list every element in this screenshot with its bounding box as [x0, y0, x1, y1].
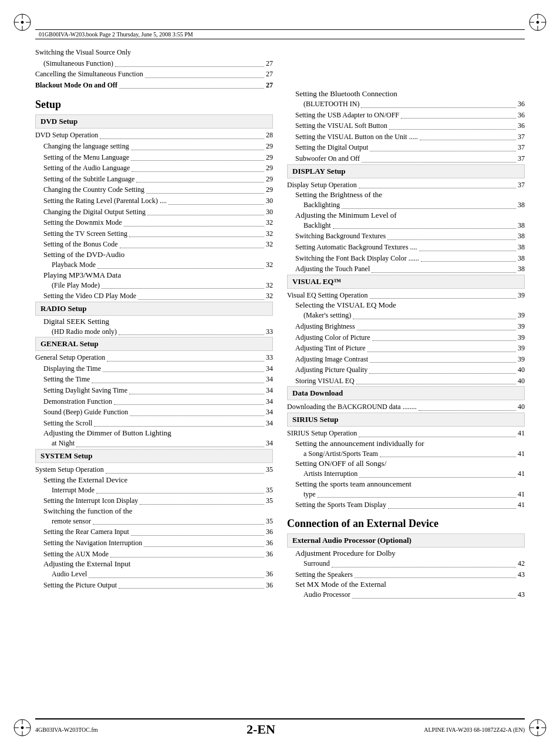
intro-line-1: Switching the Visual Source Only	[35, 47, 273, 58]
audio-processor: Audio Processor 43	[287, 589, 525, 600]
download-bg: Downloading the BACKGROUND data ........…	[287, 401, 525, 413]
system-ext-input: Adjusting the External Input	[35, 559, 273, 569]
dvd-entry-0: DVD Setup Operation 28	[35, 130, 273, 141]
data-download-entries: Downloading the BACKGROUND data ........…	[287, 401, 525, 413]
system-op: System Setup Operation 35	[35, 464, 273, 475]
radio-hd: (HD Radio mode only) 33	[35, 326, 273, 337]
veq-op: Visual EQ Setting Operation 39	[287, 290, 525, 301]
dvd-entry-rating: Setting the Rating Level (Parental Lock)…	[35, 195, 273, 207]
dvd-entry-digital: Changing the Digital Output Setting 30	[35, 207, 273, 218]
dvd-entry-menu-lang: Setting of the Menu Language 29	[35, 152, 273, 163]
svg-point-13	[21, 727, 23, 729]
dvd-entry-fileplay: (File Play Mode) 32	[35, 280, 273, 291]
ext-audio-box: External Audio Processor (Optional)	[287, 533, 525, 548]
speakers: Setting the Speakers 43	[287, 569, 525, 580]
intro-num-4: 27	[266, 80, 273, 91]
display-auto-bg: Setting Automatic Background Textures ..…	[287, 242, 525, 253]
dvd-entry-mp3: Playing MP3/WMA Data	[35, 271, 273, 280]
dvd-setup-box: DVD Setup	[35, 114, 273, 129]
dvd-entry-downmix: Setting the Downmix Mode 32	[35, 217, 273, 228]
corner-decoration-br	[526, 716, 549, 739]
system-interrupt: Interrupt Mode 35	[35, 485, 273, 496]
footer-file: 4GB03IVA-W203TOC.fm	[35, 727, 98, 733]
sirius-setup-box: SIRIUS Setup	[287, 413, 525, 427]
system-remote-sensor: remote sensor 35	[35, 516, 273, 527]
general-at-night: at Night 34	[35, 438, 273, 449]
svg-point-7	[537, 21, 539, 23]
intro-line-4: Blackout Mode On and Off 27	[35, 80, 273, 91]
header-text: 01GB00IVA-W203.book Page 2 Thursday, Jun…	[39, 31, 193, 38]
subwoofer: Subwoofer On and Off 37	[287, 153, 525, 164]
dvd-entry-bonus: Setting of the Bonus Code 32	[35, 239, 273, 250]
system-remote: Switching the function of the	[35, 506, 273, 516]
display-entries: Display Setup Operation 37 Setting the B…	[287, 180, 525, 275]
ext-audio-entries: Adjustment Procedure for Dolby Surround …	[287, 549, 525, 600]
dvd-entry-country: Changing the Country Code Setting 29	[35, 184, 273, 195]
corner-decoration-tr	[526, 11, 549, 34]
dvd-entry-subtitle: Setting of the Subtitle Language 29	[35, 174, 273, 185]
connection-heading: Connection of an External Device	[287, 518, 525, 530]
general-setup-box: GENERAL Setup	[35, 337, 273, 351]
general-demo: Demonstration Function 34	[35, 396, 273, 407]
display-min-level: Adjusting the Minimum Level of	[287, 211, 525, 220]
display-brightness: Setting the Brightness of the	[287, 190, 525, 200]
veq-tint: Adjusting Tint of Picture 39	[287, 343, 525, 354]
dvd-entry-vcd: Setting the Video CD Play Mode 32	[35, 290, 273, 302]
veq-brightness: Adjusting Brightness 39	[287, 321, 525, 332]
general-disp-time: Displaying the Time 34	[35, 363, 273, 374]
general-daylight: Setting Daylight Saving Time 34	[35, 385, 273, 396]
general-op: General Setup Operation 33	[35, 352, 273, 363]
dolby-surround: Adjustment Procedure for Dolby	[287, 549, 525, 558]
dvd-entry-lang: Changing the language setting 29	[35, 141, 273, 152]
general-dimmer: Adjusting the Dimmer of Button Lighting	[35, 428, 273, 438]
system-setup-box: SYSTEM Setup	[35, 449, 273, 463]
sirius-sports-type: Setting the sports team announcement	[287, 479, 525, 489]
intro-text-2: (Simultaneous Function)	[43, 58, 113, 69]
system-nav: Setting the Navigation Interruption 36	[35, 538, 273, 549]
sirius-artists: Artists Interruption 41	[287, 468, 525, 479]
veq-storing: Storing VISUAL EQ 40	[287, 376, 525, 387]
sirius-song-artist: a Song/Artist/Sports Team 41	[287, 448, 525, 460]
visual-soft: Setting the VISUAL Soft Button 36	[287, 120, 525, 131]
dvd-entry-audio-lang: Setting of the Audio Language 29	[35, 163, 273, 174]
dvd-entry-dvd-audio: Setting of the DVD-Audio	[35, 250, 273, 259]
intro-num-2: 27	[266, 58, 273, 69]
veq-quality: Adjusting Picture Quality 40	[287, 364, 525, 376]
sirius-op: SIRIUS Setup Operation 41	[287, 428, 525, 439]
sirius-onoff: Setting ON/OFF of all Songs/	[287, 459, 525, 468]
dvd-entry-tv: Setting the TV Screen Setting 32	[35, 228, 273, 239]
system-setup-entries: System Setup Operation 35 Setting the Ex…	[35, 464, 273, 590]
veq-makers: (Maker's setting) 39	[287, 310, 525, 321]
intro-text-4: Blackout Mode On and Off	[35, 80, 117, 91]
intro-left: Switching the Visual Source Only (Simult…	[35, 47, 273, 600]
footer-model: ALPINE IVA-W203 68-10872Z42-A (EN)	[424, 727, 525, 733]
footer: 4GB03IVA-W203TOC.fm 2-EN ALPINE IVA-W203…	[35, 718, 525, 737]
display-font-color: Switching the Font Back Display Color ..…	[287, 253, 525, 264]
sirius-entries: SIRIUS Setup Operation 41 Setting the an…	[287, 428, 525, 511]
sirius-sports-display: Setting the Sports Team Display 41	[287, 499, 525, 511]
general-setup-entries: General Setup Operation 33 Displaying th…	[35, 352, 273, 449]
corner-decoration-tl	[11, 11, 34, 34]
sirius-announce: Setting the announcement individually fo…	[287, 439, 525, 448]
svg-point-19	[537, 727, 539, 729]
system-aux: Setting the AUX Mode 36	[35, 549, 273, 560]
system-ext-device: Setting the External Device	[35, 475, 273, 485]
radio-setup-entries: Digital SEEK Setting (HD Radio mode only…	[35, 317, 273, 337]
system-rear-cam: Setting the Rear Camera Input 36	[35, 526, 273, 538]
display-setup-box: DISPLAY Setup	[287, 164, 525, 178]
general-sound-guide: Sound (Beep) Guide Function 34	[35, 407, 273, 418]
page: 01GB00IVA-W203.book Page 2 Thursday, Jun…	[0, 0, 560, 750]
veq-contrast: Adjusting Image Contrast 39	[287, 354, 525, 365]
display-backlight: Backlight 38	[287, 220, 525, 231]
display-backlighting: Backlighting 38	[287, 200, 525, 211]
system-picture-out: Setting the Picture Output 36	[35, 580, 273, 591]
surround: Surround 42	[287, 558, 525, 569]
dvd-entry-playback: Playback Mode 32	[35, 259, 273, 271]
display-touch: Adjusting the Touch Panel 38	[287, 263, 525, 275]
intro-section: Switching the Visual Source Only (Simult…	[35, 47, 525, 600]
intro-line-3: Cancelling the Simultaneous Function 27	[35, 69, 273, 80]
general-scroll: Setting the Scroll 34	[35, 418, 273, 429]
svg-point-1	[21, 21, 23, 23]
intro-line-2: (Simultaneous Function) 27	[35, 58, 273, 69]
setup-heading: Setup	[35, 99, 273, 111]
